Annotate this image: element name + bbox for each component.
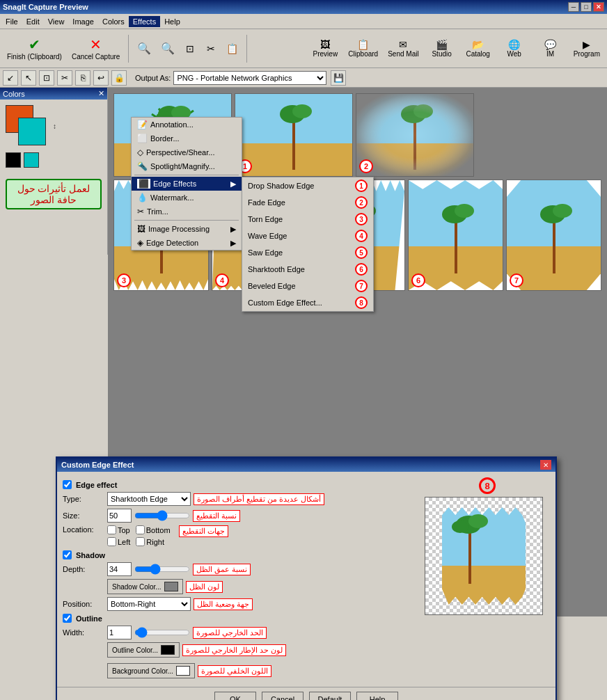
submenu-sharktooth[interactable]: Sharktooth Edge 6 — [242, 261, 373, 278]
dialog-badge-8: 8 — [479, 477, 496, 494]
depth-label: Depth: — [63, 565, 104, 573]
width-slider[interactable] — [134, 627, 190, 638]
depth-row: Depth: نسبة عمق الظل — [63, 562, 419, 576]
copy-button[interactable]: 📋 — [222, 42, 242, 56]
menu-spotlight[interactable]: 🔦 Spotlight/Magnify... — [132, 159, 242, 173]
catalog-button[interactable]: 📂Catalog — [461, 38, 496, 59]
background-swatch[interactable] — [18, 118, 46, 145]
zoom-out-button[interactable]: 🔍 — [157, 40, 179, 56]
tool-icon-1[interactable]: ↙ — [3, 70, 18, 86]
toolbar-separator — [128, 35, 129, 63]
cancel-button-dialog[interactable]: Cancel — [262, 692, 304, 700]
location-bottom-checkbox[interactable] — [136, 525, 145, 534]
tool-icon-3[interactable]: ⊡ — [39, 70, 54, 86]
menu-edge-detection[interactable]: ◈ Edge Detection ▶ — [132, 236, 242, 250]
position-select[interactable]: Bottom-Right — [107, 597, 191, 611]
web-button[interactable]: 🌐Web — [497, 38, 532, 59]
maximize-button[interactable]: □ — [581, 2, 592, 12]
swap-arrow[interactable]: ↕ — [53, 122, 56, 130]
menu-file[interactable]: File — [1, 16, 22, 27]
width-input[interactable] — [107, 626, 132, 639]
depth-slider[interactable] — [134, 564, 190, 575]
minimize-button[interactable]: ─ — [568, 2, 579, 12]
submenu-custom[interactable]: Custom Edge Effect... 8 — [242, 294, 373, 311]
cancel-button[interactable]: ✕ Cancel Capture — [68, 35, 124, 62]
location-top-bottom: Top Bottom — [107, 525, 171, 534]
menu-help[interactable]: Help — [160, 16, 184, 27]
output-select[interactable]: PNG - Portable Network Graphics — [173, 71, 326, 85]
outline-label: Outline — [76, 614, 102, 623]
shadow-color-arabic-label: لون الظل — [186, 581, 223, 593]
image-cell-6: 6 — [408, 180, 503, 291]
zoom-in-button[interactable]: 🔍 — [133, 40, 155, 56]
location-right-checkbox[interactable] — [136, 537, 145, 546]
color-swatches: ↕ — [0, 100, 107, 173]
submenu-torn[interactable]: Torn Edge 3 — [242, 211, 373, 228]
size-label: Size: — [63, 511, 104, 520]
default-button[interactable]: Default — [309, 692, 351, 700]
edge-effects-icon: ⬛ — [137, 179, 150, 189]
preview-button[interactable]: 🖼Preview — [308, 38, 342, 59]
fg-small-swatch[interactable] — [6, 152, 21, 168]
tool-icon-2[interactable]: ↖ — [21, 70, 36, 86]
ok-button[interactable]: OK — [214, 692, 256, 700]
menu-edge-effects[interactable]: ⬛ Edge Effects ▶ Drop Shadow Edge 1 Fade… — [132, 177, 242, 191]
tool-icon-7[interactable]: 🔒 — [111, 70, 127, 86]
help-button[interactable]: Help — [356, 692, 398, 700]
size-slider[interactable] — [134, 510, 190, 521]
tool-icon-5[interactable]: ⎘ — [75, 70, 90, 86]
size-input[interactable] — [107, 509, 132, 523]
menu-annotation[interactable]: 📝 Annotation... — [132, 118, 242, 132]
menu-image-processing[interactable]: 🖼 Image Processing ▶ — [132, 222, 242, 236]
menu-watermark[interactable]: 💧 Watermark... — [132, 191, 242, 205]
bg-small-swatch[interactable] — [24, 152, 39, 168]
depth-input[interactable] — [107, 562, 132, 576]
menu-effects[interactable]: Effects — [129, 16, 160, 27]
menu-image[interactable]: Image — [68, 16, 98, 27]
badge-5: 5 — [355, 246, 368, 259]
cut-button[interactable]: ✂ — [201, 42, 221, 56]
type-select[interactable]: Sharktooth Edge — [107, 492, 191, 506]
top-check-label: Top — [107, 525, 130, 534]
studio-button[interactable]: 🎬Studio — [425, 38, 459, 59]
edge-effect-checkbox[interactable] — [63, 480, 72, 489]
effects-menu-dropdown: 📝 Annotation... ⬜ Border... ◇ Perspectiv… — [131, 117, 242, 250]
clipboard-button[interactable]: 📋Clipboard — [344, 38, 382, 59]
program-button[interactable]: ▶Program — [569, 38, 604, 59]
menu-view[interactable]: View — [44, 16, 69, 27]
image-number-7: 7 — [510, 273, 523, 287]
sendmail-button[interactable]: ✉Send Mail — [384, 38, 423, 59]
submenu-saw[interactable]: Saw Edge 5 — [242, 244, 373, 261]
shadow-checkbox[interactable] — [63, 550, 72, 559]
menu-perspective[interactable]: ◇ Perspective/Shear... — [132, 145, 242, 159]
im-button[interactable]: 💬IM — [533, 38, 568, 59]
position-label: Position: — [63, 600, 104, 608]
swatch-row-main: ↕ — [6, 105, 102, 147]
svg-point-13 — [413, 104, 433, 118]
submenu-wave[interactable]: Wave Edge 4 — [242, 228, 373, 244]
badge-6: 6 — [355, 263, 368, 276]
location-top-checkbox[interactable] — [107, 525, 116, 534]
colors-panel-close[interactable]: ✕ — [98, 89, 104, 98]
crop-button[interactable]: ⊡ — [180, 42, 200, 56]
submenu-drop-shadow[interactable]: Drop Shadow Edge 1 — [242, 177, 373, 194]
tool-icon-4[interactable]: ✂ — [57, 70, 72, 86]
background-color-button[interactable]: Background Color... — [107, 663, 195, 678]
close-button[interactable]: ✕ — [593, 2, 604, 12]
menu-border[interactable]: ⬜ Border... — [132, 132, 242, 145]
outline-color-button[interactable]: Outline Color... — [107, 642, 180, 658]
menu-trim[interactable]: ✂ Trim... — [132, 205, 242, 218]
outline-checkbox[interactable] — [63, 614, 72, 623]
finish-button[interactable]: ✔ Finish (Clipboard) — [3, 35, 66, 62]
location-left-checkbox[interactable] — [107, 537, 116, 546]
menu-colors[interactable]: Colors — [98, 16, 129, 27]
submenu-fade[interactable]: Fade Edge 2 — [242, 194, 373, 211]
save-icon[interactable]: 💾 — [331, 70, 346, 86]
menu-separator-1 — [134, 175, 239, 175]
menu-edit[interactable]: Edit — [22, 16, 44, 27]
right-check-label: Right — [136, 537, 164, 546]
tool-icon-6[interactable]: ↩ — [93, 70, 109, 86]
shadow-color-button[interactable]: Shadow Color... — [107, 579, 183, 594]
dialog-close-button[interactable]: ✕ — [540, 460, 551, 470]
submenu-beveled[interactable]: Beveled Edge 7 — [242, 278, 373, 294]
